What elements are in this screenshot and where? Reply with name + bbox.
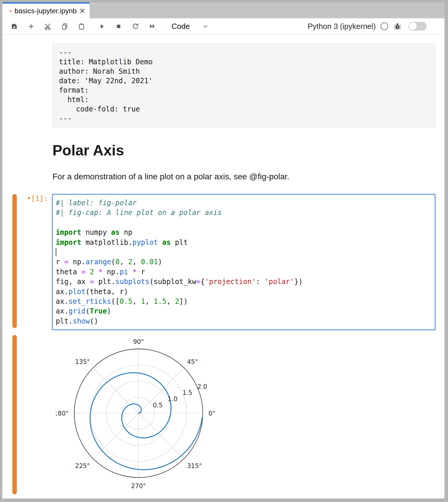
code-cell-editor[interactable]: #| label: fig-polar#| fig-cap: A line pl… (52, 194, 435, 330)
svg-text:2.0: 2.0 (197, 383, 207, 390)
markdown-paragraph: For a demonstration of a line plot on a … (52, 172, 289, 181)
svg-text:1.5: 1.5 (182, 389, 192, 396)
execution-prompt: •[1]: (13, 194, 48, 203)
svg-text:45°: 45° (187, 358, 198, 365)
notebook-icon (9, 7, 11, 14)
tab-bar: basics-jupyter.ipynb ✕ (2, 2, 444, 18)
kernel-name[interactable]: Python 3 (ipykernel) (308, 22, 376, 31)
bug-icon[interactable] (393, 22, 401, 30)
output-collapser[interactable] (12, 335, 17, 494)
notebook-content: ---title: Matplotlib Demoauthor: Norah S… (2, 35, 444, 498)
svg-text:1.0: 1.0 (168, 396, 177, 403)
add-cell-button[interactable] (27, 22, 35, 30)
raw-yaml-cell[interactable]: ---title: Matplotlib Demoauthor: Norah S… (52, 43, 435, 128)
chevron-down-icon (202, 23, 209, 29)
kernel-area: Python 3 (ipykernel) (308, 22, 444, 31)
input-collapser[interactable] (12, 194, 17, 328)
svg-text:180°: 180° (56, 410, 69, 417)
polar-plot-output: 0°45°90°135°180°225°270°315°0.51.01.52.0 (56, 334, 221, 493)
save-button[interactable] (10, 22, 18, 30)
svg-text:90°: 90° (133, 338, 144, 345)
svg-text:270°: 270° (131, 483, 146, 490)
copy-icon[interactable] (61, 22, 69, 30)
tab-basics-jupyter[interactable]: basics-jupyter.ipynb ✕ (2, 2, 90, 18)
cell-type-label: Code (172, 22, 190, 31)
run-button[interactable] (98, 22, 106, 30)
kernel-status-icon (381, 22, 388, 30)
svg-text:225°: 225° (75, 462, 90, 470)
stop-button[interactable] (115, 22, 123, 30)
tab-title: basics-jupyter.ipynb (14, 7, 77, 15)
svg-text:135°: 135° (75, 358, 90, 365)
markdown-heading: Polar Axis (52, 142, 124, 159)
notebook-toolbar: Code Python 3 (ipykernel) (2, 18, 444, 35)
fast-forward-button[interactable] (148, 22, 156, 30)
svg-text:315°: 315° (187, 462, 202, 470)
toggle-knob (409, 22, 417, 30)
code-lines: #| label: fig-polar#| fig-cap: A line pl… (56, 198, 432, 326)
svg-text:0°: 0° (208, 410, 215, 417)
simple-interface-toggle[interactable] (409, 22, 427, 31)
cut-icon[interactable] (44, 22, 52, 30)
paste-icon[interactable] (78, 22, 85, 30)
yaml-lines: ---title: Matplotlib Demoauthor: Norah S… (59, 48, 429, 123)
svg-text:0.5: 0.5 (153, 402, 162, 409)
restart-kernel-button[interactable] (131, 22, 139, 30)
close-icon[interactable]: ✕ (79, 7, 85, 15)
notebook-window: basics-jupyter.ipynb ✕ (2, 2, 444, 498)
cell-type-dropdown[interactable]: Code (172, 22, 209, 31)
